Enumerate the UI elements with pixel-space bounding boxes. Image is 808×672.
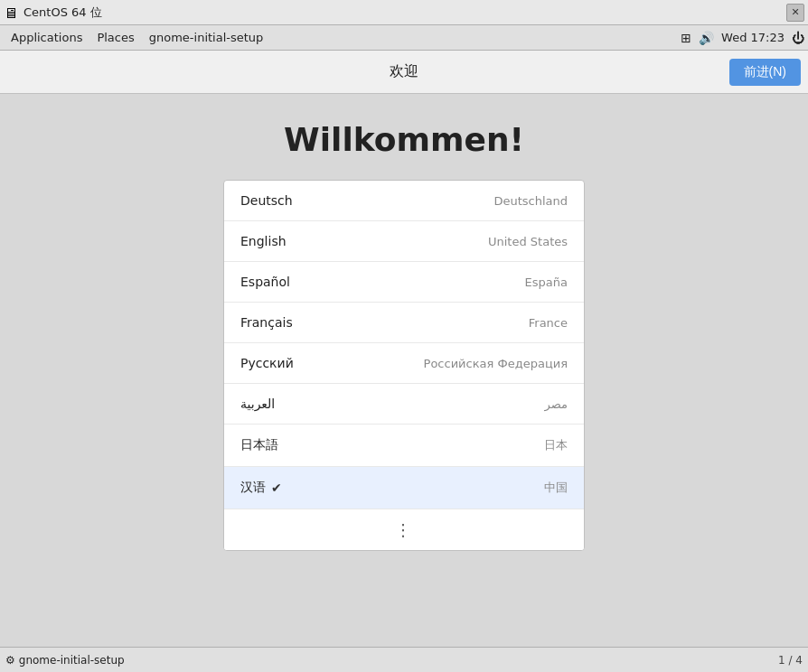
language-row[interactable]: EnglishUnited States xyxy=(224,221,584,262)
language-row[interactable]: 日本語日本 xyxy=(224,425,584,467)
taskbar: ⚙ gnome-initial-setup 1 / 4 xyxy=(0,647,808,672)
more-languages-button[interactable]: ⋮ xyxy=(224,509,584,550)
language-row[interactable]: РусскийРоссийская Федерация xyxy=(224,343,584,384)
language-row[interactable]: EspañolEspaña xyxy=(224,262,584,303)
power-icon[interactable]: ⏻ xyxy=(792,31,804,45)
checkmark-icon: ✔ xyxy=(271,481,282,495)
volume-icon[interactable]: 🔊 xyxy=(699,31,714,45)
language-name: 汉语 ✔ xyxy=(240,480,282,496)
places-label: Places xyxy=(97,31,134,44)
taskbar-icon: ⚙ xyxy=(5,654,15,667)
language-region: España xyxy=(525,275,568,289)
language-region: 中国 xyxy=(544,480,568,496)
page-indicator: 1 / 4 xyxy=(778,654,803,667)
language-region: France xyxy=(529,316,568,330)
language-name: Español xyxy=(240,275,290,289)
language-row[interactable]: العربيةمصر xyxy=(224,384,584,425)
language-region: مصر xyxy=(545,397,568,411)
applications-label: Applications xyxy=(11,31,82,44)
next-button[interactable]: 前进(N) xyxy=(729,59,801,86)
taskbar-item-gnome-setup[interactable]: ⚙ gnome-initial-setup xyxy=(5,654,125,667)
applications-menu[interactable]: Applications xyxy=(4,29,89,46)
gnome-initial-setup-menu[interactable]: gnome-initial-setup xyxy=(142,29,271,46)
gnome-initial-setup-label: gnome-initial-setup xyxy=(149,31,264,44)
more-icon: ⋮ xyxy=(395,520,413,539)
language-region: 日本 xyxy=(544,437,568,453)
language-row[interactable]: DeutschDeutschland xyxy=(224,181,584,221)
welcome-heading: Willkommen! xyxy=(284,121,524,158)
taskbar-label: gnome-initial-setup xyxy=(19,654,125,667)
language-name: English xyxy=(240,234,287,248)
language-row[interactable]: 汉语 ✔中国 xyxy=(224,467,584,509)
language-region: Deutschland xyxy=(493,194,568,208)
page-title: 欢迎 xyxy=(390,62,418,81)
language-name: العربية xyxy=(240,397,275,411)
close-button[interactable]: ✕ xyxy=(786,4,804,22)
app-icon: 🖥 xyxy=(4,5,20,21)
menu-bar-right: ⊞ 🔊 Wed 17:23 ⏻ xyxy=(681,31,804,45)
language-region: United States xyxy=(488,235,568,248)
title-bar: 🖥 CentOS 64 位 ✕ xyxy=(0,0,808,25)
language-name: Français xyxy=(240,315,293,330)
network-icon[interactable]: ⊞ xyxy=(681,31,691,45)
language-row[interactable]: FrançaisFrance xyxy=(224,303,584,343)
language-name: 日本語 xyxy=(240,437,278,453)
window-title: CentOS 64 位 xyxy=(23,5,786,21)
language-region: Российская Федерация xyxy=(424,357,568,370)
header-bar: 欢迎 前进(N) xyxy=(0,51,808,94)
main-content: Willkommen! DeutschDeutschlandEnglishUni… xyxy=(0,94,808,647)
language-name: Русский xyxy=(240,356,294,370)
places-menu[interactable]: Places xyxy=(89,29,141,46)
menu-bar: Applications Places gnome-initial-setup … xyxy=(0,25,808,51)
clock: Wed 17:23 xyxy=(721,31,785,44)
language-name: Deutsch xyxy=(240,193,293,208)
language-list: DeutschDeutschlandEnglishUnited StatesEs… xyxy=(223,180,585,551)
